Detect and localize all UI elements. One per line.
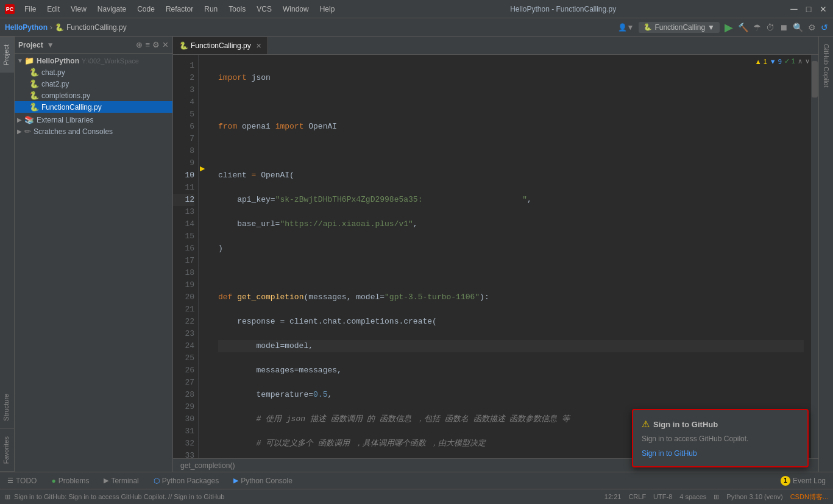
file-functioncalling-py[interactable]: 🐍 FunctionCalling.py — [15, 101, 172, 113]
maximize-button[interactable]: □ — [804, 4, 814, 14]
menu-window[interactable]: Window — [280, 4, 311, 15]
minimize-button[interactable]: ─ — [789, 4, 799, 14]
bottom-tab-problems[interactable]: ● Problems — [44, 474, 96, 488]
warning-indicators: ▲ 1 ▼ 9 ✓ 1 ∧ ∨ — [755, 57, 810, 65]
status-encoding[interactable]: UTF-8 — [653, 493, 672, 500]
event-log-badge: 1 — [781, 476, 790, 486]
menu-edit[interactable]: Edit — [44, 4, 62, 15]
scratches-and-consoles[interactable]: ▶ ✏ Scratches and Consoles — [15, 126, 172, 137]
close-panel-icon[interactable]: ✕ — [162, 40, 169, 49]
collapse-icon[interactable]: ≡ — [145, 40, 150, 49]
status-python[interactable]: Python 3.10 (venv) — [726, 493, 782, 500]
editor-content[interactable]: 12345 678910 1112131415 1617181920 21222… — [173, 55, 818, 458]
status-message: Sign in to GitHub: Sign in to access Git… — [14, 493, 224, 500]
file-chat-py[interactable]: 🐍 chat.py — [15, 66, 172, 78]
file-completions-py[interactable]: 🐍 completions.py — [15, 90, 172, 101]
profile-button[interactable]: ⏱ — [766, 23, 775, 32]
project-root[interactable]: ▼ 📁 HelloPython Y:\002_WorkSpace — [15, 55, 172, 66]
python-console-icon: ▶ — [233, 477, 238, 484]
code-text[interactable]: import json from openai import OpenAI cl… — [211, 55, 811, 458]
project-panel-header: Project ▼ ⊕ ≡ ⚙ ✕ — [15, 37, 172, 54]
editor-area: 🐍 FunctionCalling.py ✕ 12345 678910 1112… — [173, 37, 818, 472]
menu-bar[interactable]: File Edit View Navigate Code Refactor Ru… — [22, 4, 337, 15]
bottom-tab-python-packages[interactable]: ⬡ Python Packages — [146, 474, 226, 488]
breadcrumb-file[interactable]: FunctionCalling.py — [66, 23, 127, 32]
build-button[interactable]: 🔨 — [738, 23, 748, 32]
github-copilot-tab[interactable]: GitHub Copilot — [820, 37, 832, 95]
event-log-tab[interactable]: 1 Event Log — [773, 474, 833, 488]
sidebar-tab-favorites[interactable]: Favorites — [0, 429, 14, 472]
right-side-panel: GitHub Copilot — [818, 37, 833, 472]
python-console-label: Python Console — [241, 477, 292, 485]
menu-code[interactable]: Code — [135, 4, 157, 15]
code-line-13: messages=messages, — [218, 364, 804, 377]
breadcrumb-sep1: › — [50, 23, 52, 32]
status-left: ⊞ Sign in to GitHub: Sign in to access G… — [5, 493, 224, 501]
code-line-14: temperature=0.5, — [218, 389, 804, 401]
menu-help[interactable]: Help — [317, 4, 338, 15]
problems-label: Problems — [58, 477, 90, 485]
menu-tools[interactable]: Tools — [226, 4, 248, 15]
user-icon[interactable]: 👤▼ — [618, 23, 634, 32]
menu-run[interactable]: Run — [202, 4, 220, 15]
editor-tabs: 🐍 FunctionCalling.py ✕ — [173, 37, 818, 55]
coverage-button[interactable]: ☂ — [753, 23, 761, 32]
titlebar: PC File Edit View Navigate Code Refactor… — [0, 0, 833, 18]
breadcrumb-file-icon: 🐍 — [55, 23, 64, 32]
breadcrumb: HelloPython › 🐍 FunctionCalling.py — [5, 23, 127, 32]
bottom-tabs: ☰ TODO ● Problems ▶ Terminal ⬡ Python Pa… — [0, 472, 833, 489]
tab-label: FunctionCalling.py — [191, 41, 251, 50]
status-indent[interactable]: 4 spaces — [679, 493, 706, 500]
menu-vcs[interactable]: VCS — [254, 4, 274, 15]
run-config-label: FunctionCalling — [654, 23, 705, 32]
toolbar-right: 👤▼ 🐍 FunctionCalling ▼ ▶ 🔨 ☂ ⏱ ⏹ 🔍 ⚙ ↺ — [618, 21, 829, 34]
breadcrumb-project[interactable]: HelloPython — [5, 23, 48, 32]
external-libraries[interactable]: ▶ 📚 External Libraries — [15, 114, 172, 126]
scroll-up-icon[interactable]: ∧ — [798, 57, 803, 65]
notification-body: Sign in to access GitHub Copilot. — [642, 435, 799, 443]
code-line-9 — [218, 267, 804, 279]
project-dropdown-icon[interactable]: ▼ — [47, 41, 54, 49]
menu-navigate[interactable]: Navigate — [95, 4, 129, 15]
run-config-dropdown[interactable]: 🐍 FunctionCalling ▼ — [639, 22, 720, 33]
status-time: 12:21 — [604, 493, 622, 500]
run-button[interactable]: ▶ — [725, 21, 733, 34]
project-panel: Project ▼ ⊕ ≡ ⚙ ✕ ▼ 📁 HelloPython Y:\002… — [15, 37, 173, 472]
status-crlf[interactable]: CRLF — [628, 493, 646, 500]
sidebar-tab-project[interactable]: Project — [0, 37, 14, 73]
notification-link[interactable]: Sign in to GitHub — [642, 449, 799, 458]
warning-triangle-icon: ⚠ — [642, 419, 650, 430]
bottom-tab-todo[interactable]: ☰ TODO — [0, 474, 44, 488]
code-line-4 — [218, 145, 804, 157]
indent-icon: ⊞ — [714, 493, 719, 501]
window-controls[interactable]: ─ □ ✕ — [789, 4, 828, 14]
tab-close-icon[interactable]: ✕ — [256, 42, 261, 50]
editor-scrollbar[interactable] — [811, 55, 818, 458]
editor-tab-functioncalling[interactable]: 🐍 FunctionCalling.py ✕ — [173, 37, 268, 54]
event-log-label: Event Log — [793, 477, 826, 485]
warning-count: ▲ 1 — [755, 58, 767, 65]
csdn-watermark: CSDN博客... — [790, 492, 828, 502]
settings-panel-icon[interactable]: ⚙ — [152, 40, 160, 49]
terminal-icon: ▶ — [104, 477, 108, 484]
update-icon[interactable]: ↺ — [821, 23, 828, 32]
code-line-10: def get_completion(messages, model="gpt-… — [218, 291, 804, 303]
top-bar: HelloPython › 🐍 FunctionCalling.py 👤▼ 🐍 … — [0, 18, 833, 37]
stop-button[interactable]: ⏹ — [779, 23, 788, 32]
sidebar-tab-structure[interactable]: Structure — [0, 386, 14, 429]
notification-popup: ⚠ Sign in to GitHub Sign in to access Gi… — [632, 409, 809, 467]
bottom-tab-python-console[interactable]: ▶ Python Console — [226, 474, 300, 488]
menu-view[interactable]: View — [68, 4, 89, 15]
info-count: ▼ 9 — [770, 58, 782, 65]
close-button[interactable]: ✕ — [818, 4, 828, 14]
menu-refactor[interactable]: Refactor — [163, 4, 196, 15]
scroll-down-icon[interactable]: ∨ — [805, 57, 810, 65]
titlebar-left: PC File Edit View Navigate Code Refactor… — [5, 4, 337, 15]
file-chat2-py[interactable]: 🐍 chat2.py — [15, 78, 172, 90]
menu-file[interactable]: File — [22, 4, 38, 15]
locate-icon[interactable]: ⊕ — [136, 40, 143, 49]
bottom-tab-terminal[interactable]: ▶ Terminal — [96, 474, 146, 488]
problems-icon: ● — [51, 477, 55, 485]
search-icon[interactable]: 🔍 — [793, 23, 803, 32]
settings-icon[interactable]: ⚙ — [808, 23, 816, 32]
